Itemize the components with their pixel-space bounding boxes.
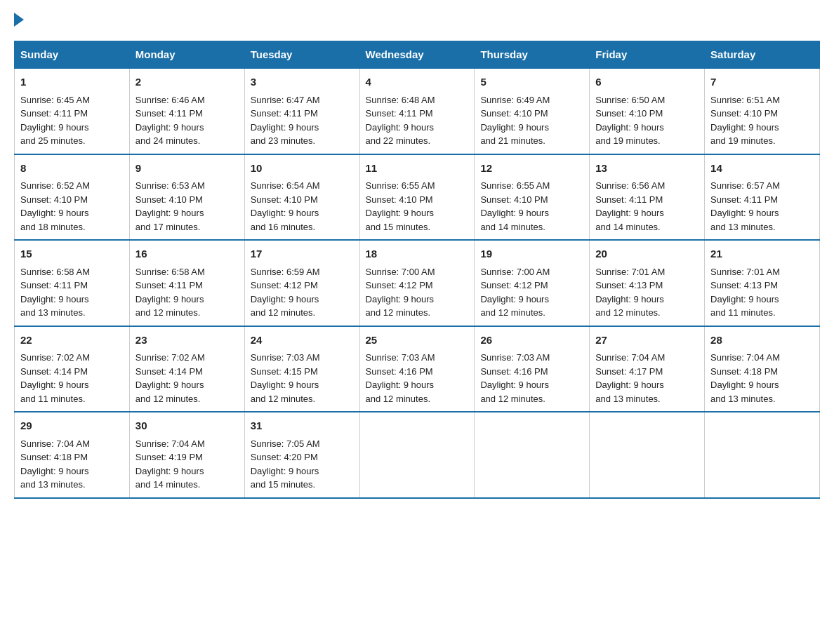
day-number: 26: [480, 333, 583, 349]
day-number: 18: [366, 246, 469, 262]
calendar-cell: 3Sunrise: 6:47 AMSunset: 4:11 PMDaylight…: [244, 68, 359, 154]
day-number: 2: [135, 74, 239, 90]
daylight-info: Daylight: 9 hours: [20, 294, 89, 304]
sunset-info: Sunset: 4:20 PM: [251, 452, 318, 462]
daylight-minutes: and 13 minutes.: [20, 307, 86, 318]
sunset-info: Sunset: 4:10 PM: [366, 194, 433, 205]
calendar-cell: 17Sunrise: 6:59 AMSunset: 4:12 PMDayligh…: [244, 240, 359, 326]
calendar-cell: 13Sunrise: 6:56 AMSunset: 4:11 PMDayligh…: [590, 154, 705, 241]
sunset-info: Sunset: 4:19 PM: [135, 452, 203, 462]
calendar-cell: 21Sunrise: 7:01 AMSunset: 4:13 PMDayligh…: [705, 240, 820, 326]
day-number: 17: [251, 246, 354, 262]
daylight-info: Daylight: 9 hours: [595, 294, 664, 304]
sunset-info: Sunset: 4:10 PM: [710, 108, 778, 119]
calendar-cell: 12Sunrise: 6:55 AMSunset: 4:10 PMDayligh…: [475, 154, 590, 241]
daylight-info: Daylight: 9 hours: [710, 208, 779, 218]
day-number: 9: [135, 161, 239, 177]
calendar-cell: 25Sunrise: 7:03 AMSunset: 4:16 PMDayligh…: [359, 326, 475, 412]
sunrise-info: Sunrise: 6:56 AM: [595, 180, 665, 191]
calendar-cell: 5Sunrise: 6:49 AMSunset: 4:10 PMDaylight…: [475, 68, 590, 154]
day-number: 20: [595, 246, 699, 262]
calendar-cell: 24Sunrise: 7:03 AMSunset: 4:15 PMDayligh…: [244, 326, 359, 412]
sunrise-info: Sunrise: 7:00 AM: [480, 267, 550, 277]
daylight-minutes: and 24 minutes.: [135, 135, 201, 146]
daylight-minutes: and 13 minutes.: [710, 222, 776, 232]
sunset-info: Sunset: 4:13 PM: [595, 280, 663, 290]
daylight-info: Daylight: 9 hours: [710, 380, 779, 390]
daylight-info: Daylight: 9 hours: [135, 294, 204, 304]
calendar-cell: 26Sunrise: 7:03 AMSunset: 4:16 PMDayligh…: [475, 326, 590, 412]
sunrise-info: Sunrise: 6:58 AM: [20, 267, 90, 277]
calendar-cell: 8Sunrise: 6:52 AMSunset: 4:10 PMDaylight…: [15, 154, 130, 241]
sunrise-info: Sunrise: 6:54 AM: [251, 180, 320, 191]
sunset-info: Sunset: 4:10 PM: [480, 194, 548, 205]
day-header-sunday: Sunday: [15, 41, 130, 69]
calendar-cell: 1Sunrise: 6:45 AMSunset: 4:11 PMDaylight…: [15, 68, 130, 154]
calendar-cell: [705, 412, 820, 498]
sunrise-info: Sunrise: 7:00 AM: [366, 267, 435, 277]
calendar-week-row: 15Sunrise: 6:58 AMSunset: 4:11 PMDayligh…: [15, 240, 820, 326]
day-number: 12: [480, 161, 583, 177]
daylight-info: Daylight: 9 hours: [251, 122, 319, 133]
sunset-info: Sunset: 4:12 PM: [251, 280, 318, 290]
day-number: 14: [710, 161, 814, 177]
daylight-minutes: and 13 minutes.: [710, 394, 776, 404]
sunset-info: Sunset: 4:11 PM: [135, 108, 203, 119]
sunset-info: Sunset: 4:14 PM: [135, 366, 203, 377]
day-number: 13: [595, 161, 699, 177]
daylight-minutes: and 22 minutes.: [366, 135, 431, 146]
day-number: 10: [251, 161, 354, 177]
day-header-thursday: Thursday: [475, 41, 590, 69]
daylight-info: Daylight: 9 hours: [480, 380, 549, 390]
daylight-minutes: and 14 minutes.: [135, 479, 201, 490]
daylight-minutes: and 16 minutes.: [251, 222, 316, 232]
day-number: 5: [480, 74, 583, 90]
daylight-minutes: and 15 minutes.: [366, 222, 431, 232]
daylight-info: Daylight: 9 hours: [20, 380, 89, 390]
daylight-minutes: and 14 minutes.: [480, 222, 545, 232]
day-header-monday: Monday: [129, 41, 244, 69]
day-header-friday: Friday: [590, 41, 705, 69]
sunrise-info: Sunrise: 7:04 AM: [710, 352, 780, 363]
daylight-info: Daylight: 9 hours: [135, 380, 204, 390]
sunset-info: Sunset: 4:10 PM: [20, 194, 88, 205]
sunset-info: Sunset: 4:10 PM: [480, 108, 548, 119]
daylight-info: Daylight: 9 hours: [366, 294, 435, 304]
day-header-wednesday: Wednesday: [359, 41, 475, 69]
day-number: 7: [710, 74, 814, 90]
daylight-info: Daylight: 9 hours: [595, 380, 664, 390]
daylight-info: Daylight: 9 hours: [480, 208, 549, 218]
day-number: 1: [20, 74, 124, 90]
calendar-cell: 14Sunrise: 6:57 AMSunset: 4:11 PMDayligh…: [705, 154, 820, 241]
calendar-cell: 31Sunrise: 7:05 AMSunset: 4:20 PMDayligh…: [244, 412, 359, 498]
sunset-info: Sunset: 4:10 PM: [595, 108, 663, 119]
sunrise-info: Sunrise: 7:03 AM: [366, 352, 435, 363]
day-number: 29: [20, 418, 124, 434]
daylight-info: Daylight: 9 hours: [710, 122, 779, 133]
sunrise-info: Sunrise: 6:53 AM: [135, 180, 205, 191]
day-number: 6: [595, 74, 699, 90]
sunset-info: Sunset: 4:18 PM: [710, 366, 778, 377]
daylight-minutes: and 11 minutes.: [20, 394, 86, 404]
sunrise-info: Sunrise: 6:46 AM: [135, 95, 205, 105]
sunrise-info: Sunrise: 7:01 AM: [595, 267, 665, 277]
day-number: 27: [595, 333, 699, 349]
calendar-table: SundayMondayTuesdayWednesdayThursdayFrid…: [14, 41, 820, 499]
day-number: 19: [480, 246, 583, 262]
calendar-cell: 19Sunrise: 7:00 AMSunset: 4:12 PMDayligh…: [475, 240, 590, 326]
daylight-info: Daylight: 9 hours: [135, 122, 204, 133]
daylight-info: Daylight: 9 hours: [366, 122, 435, 133]
logo: [14, 14, 24, 27]
logo-arrow-icon: [14, 13, 24, 27]
calendar-cell: 11Sunrise: 6:55 AMSunset: 4:10 PMDayligh…: [359, 154, 475, 241]
calendar-week-row: 8Sunrise: 6:52 AMSunset: 4:10 PMDaylight…: [15, 154, 820, 241]
sunset-info: Sunset: 4:11 PM: [710, 194, 778, 205]
daylight-info: Daylight: 9 hours: [710, 294, 779, 304]
sunrise-info: Sunrise: 7:03 AM: [480, 352, 550, 363]
sunset-info: Sunset: 4:10 PM: [251, 194, 318, 205]
calendar-cell: 2Sunrise: 6:46 AMSunset: 4:11 PMDaylight…: [129, 68, 244, 154]
daylight-minutes: and 18 minutes.: [20, 222, 86, 232]
calendar-cell: 27Sunrise: 7:04 AMSunset: 4:17 PMDayligh…: [590, 326, 705, 412]
daylight-minutes: and 12 minutes.: [135, 394, 201, 404]
daylight-minutes: and 12 minutes.: [251, 394, 316, 404]
